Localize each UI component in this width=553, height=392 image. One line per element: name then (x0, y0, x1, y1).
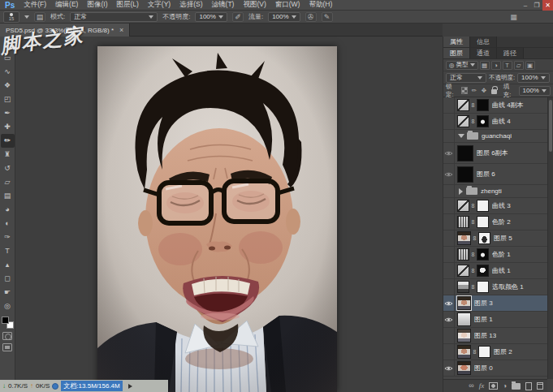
tablet-pressure-size-icon[interactable]: ✎ (322, 12, 333, 22)
curves-thumbnail-icon[interactable] (457, 265, 469, 277)
clone-stamp-tool[interactable]: ♜ (1, 148, 15, 162)
layer-name[interactable]: 曲线 3 (492, 201, 511, 210)
tab-channels[interactable]: 通道 (470, 48, 497, 58)
layer-name[interactable]: 色阶 2 (492, 218, 511, 226)
tablet-pressure-opacity-icon[interactable]: ✐ (232, 12, 244, 22)
visibility-toggle[interactable] (443, 143, 455, 163)
menu-view[interactable]: 视图(V) (243, 0, 266, 10)
tab-properties[interactable]: 属性 (443, 37, 470, 47)
layer-row[interactable]: 8 曲线 3 (443, 198, 547, 214)
layer-blend-mode-select[interactable]: 正常 (446, 73, 486, 83)
pen-tool[interactable]: ✑ (1, 230, 15, 244)
type-layers-filter-icon[interactable]: T (503, 61, 512, 70)
quick-selection-tool[interactable]: ❖ (1, 79, 15, 93)
layer-mask-thumbnail[interactable] (477, 99, 489, 111)
lock-all-icon[interactable] (490, 87, 498, 95)
layer-name[interactable]: guanchaqi (482, 132, 512, 140)
link-layers-icon[interactable]: ∞ (469, 382, 473, 390)
menu-filter[interactable]: 滤镜(T) (212, 0, 235, 10)
workspace-switcher-icon[interactable]: ▦ (508, 12, 519, 21)
curves-thumbnail-icon[interactable] (457, 115, 469, 127)
levels-thumbnail-icon[interactable] (457, 248, 469, 261)
visibility-toggle[interactable] (443, 328, 455, 343)
visibility-toggle[interactable] (443, 247, 455, 262)
document-tab[interactable]: PSD5.psd @ 33.3%(图层 3, RGB/8) * × (0, 24, 130, 37)
visibility-toggle[interactable] (443, 198, 455, 213)
curves-thumbnail-icon[interactable] (457, 99, 469, 111)
layer-row[interactable]: 图层 6 (443, 164, 547, 185)
move-tool[interactable]: ✥ (1, 37, 15, 51)
layer-thumbnail[interactable] (457, 312, 471, 326)
zoom-tool[interactable]: ◎ (1, 299, 15, 313)
layer-group-row[interactable]: zhengti (443, 185, 547, 198)
tab-paths[interactable]: 路径 (497, 48, 524, 58)
menu-window[interactable]: 窗口(W) (275, 0, 300, 10)
document-size-info[interactable]: 文档:13.5M/156.4M (61, 381, 122, 391)
layer-row[interactable]: 8 曲线 1 (443, 263, 547, 279)
visibility-toggle[interactable] (443, 214, 455, 230)
layer-mask-thumbnail[interactable] (477, 216, 489, 228)
visibility-toggle[interactable] (443, 344, 455, 360)
visibility-toggle[interactable] (443, 130, 455, 142)
layer-row-selected[interactable]: 图层 3 (443, 295, 547, 312)
layer-row[interactable]: 8 色阶 1 (443, 247, 547, 263)
close-button[interactable]: ✕ (542, 0, 553, 11)
layer-row[interactable]: 图层 13 (443, 328, 547, 344)
layer-name[interactable]: 图层 1 (474, 315, 493, 324)
adjustment-layers-filter-icon[interactable]: ◑ (491, 61, 501, 70)
expand-triangle-icon[interactable] (459, 188, 463, 195)
layer-name[interactable]: 图层 0 (474, 364, 493, 373)
toggle-brush-panel-icon[interactable]: ▤ (34, 12, 45, 22)
layer-style-icon[interactable]: fx (479, 382, 485, 390)
layer-row[interactable]: 8 曲线 4 (443, 114, 547, 130)
crop-tool[interactable]: ◰ (1, 93, 15, 106)
layer-name[interactable]: zhengti (481, 187, 502, 195)
layer-name[interactable]: 曲线 1 (492, 266, 511, 275)
add-layer-mask-icon[interactable] (489, 382, 498, 390)
layer-mask-thumbnail[interactable] (477, 265, 489, 277)
delete-layer-icon[interactable] (537, 382, 543, 390)
layer-mask-thumbnail[interactable] (478, 346, 490, 358)
layer-mask-thumbnail[interactable] (478, 232, 490, 244)
shape-tool[interactable]: ◻ (1, 272, 15, 286)
layer-name[interactable]: 选取颜色 1 (492, 282, 524, 291)
layer-mask-thumbnail[interactable] (477, 281, 489, 293)
hand-tool[interactable]: ☛ (1, 286, 15, 299)
layer-row[interactable]: 8 曲线 4副本 (443, 97, 547, 114)
canvas-image[interactable] (97, 46, 337, 392)
status-flyout-arrow-icon[interactable] (128, 384, 132, 389)
gradient-tool[interactable]: ▤ (1, 189, 15, 203)
menu-edit[interactable]: 编辑(E) (55, 0, 78, 10)
layer-thumbnail[interactable] (457, 231, 471, 245)
new-group-icon[interactable] (512, 383, 521, 390)
fill-select[interactable]: 100% (519, 86, 551, 96)
eraser-tool[interactable]: ▱ (1, 175, 15, 189)
layer-group-row[interactable]: guanchaqi (443, 130, 547, 143)
visibility-toggle[interactable] (443, 230, 455, 246)
foreground-color-swatch[interactable] (2, 317, 9, 324)
new-adjustment-layer-icon[interactable]: ◑ (503, 383, 507, 390)
visibility-toggle[interactable] (443, 97, 455, 113)
layer-name[interactable]: 曲线 4副本 (492, 101, 524, 110)
menu-layer[interactable]: 图层(L) (116, 0, 138, 10)
curves-thumbnail-icon[interactable] (457, 200, 469, 212)
layer-thumbnail[interactable] (457, 361, 471, 375)
brush-tool[interactable]: ✏ (1, 134, 15, 148)
layers-scrollbar[interactable] (547, 97, 553, 379)
lasso-tool[interactable]: ∿ (1, 65, 15, 79)
layer-name[interactable]: 图层 6 (477, 170, 495, 179)
history-brush-tool[interactable]: ↺ (1, 162, 15, 175)
smart-object-filter-icon[interactable]: ▣ (525, 61, 535, 70)
layer-row[interactable]: 图层 0 (443, 360, 547, 377)
menu-select[interactable]: 选择(S) (179, 0, 202, 10)
layer-row[interactable]: 图层 1 (443, 312, 547, 328)
healing-brush-tool[interactable]: ✚ (1, 120, 15, 134)
layer-name[interactable]: 图层 5 (494, 234, 512, 243)
layer-row[interactable]: 8 图层 5 (443, 230, 547, 247)
layer-name[interactable]: 图层 13 (474, 331, 496, 340)
layer-name[interactable]: 图层 6副本 (477, 149, 508, 157)
pixel-layers-filter-icon[interactable]: ▦ (480, 61, 490, 70)
blur-tool[interactable]: ◕ (1, 203, 15, 217)
selective-color-thumbnail-icon[interactable] (457, 281, 469, 293)
tab-layers[interactable]: 图层 (443, 48, 470, 58)
